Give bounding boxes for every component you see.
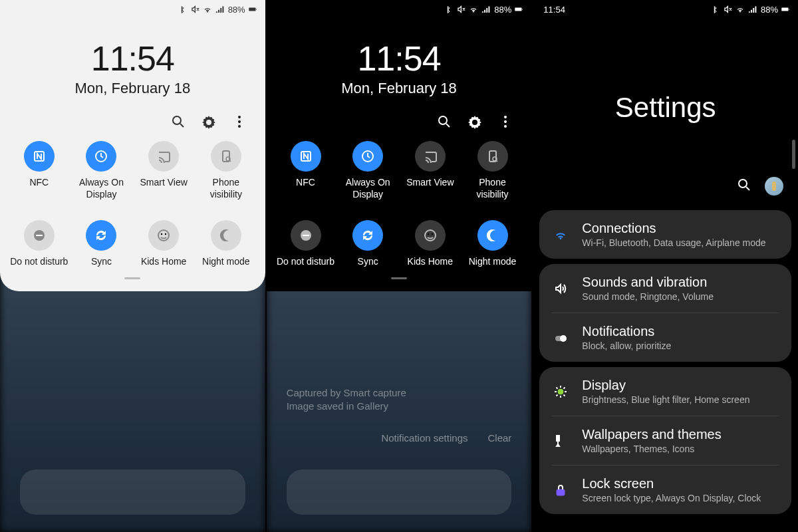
nfc-icon (24, 141, 55, 172)
row-subtitle: Screen lock type, Always On Display, Clo… (582, 493, 761, 503)
settings-group: Display Brightness, Blue light filter, H… (539, 367, 791, 514)
wifi-icon (735, 5, 745, 14)
gear-icon[interactable] (467, 114, 482, 129)
toggle-label: Night mode (202, 256, 250, 268)
quick-toggle-grid: NFC Always On Display Smart View Phone v… (0, 141, 265, 268)
toggle-label: Smart View (140, 177, 188, 189)
gear-icon[interactable] (201, 114, 216, 129)
search-icon[interactable] (171, 114, 186, 129)
bluetooth-icon (445, 5, 454, 14)
row-title: Wallpapers and themes (582, 427, 721, 442)
toggle-label: Sync (358, 256, 378, 268)
overflow-menu-icon[interactable] (498, 114, 513, 129)
toggle-label: Phone visibility (463, 177, 523, 200)
volume-icon (551, 281, 570, 296)
battery-percent: 88% (494, 5, 511, 15)
settings-row-display[interactable]: Display Brightness, Blue light filter, H… (539, 367, 791, 416)
clock-icon (86, 141, 116, 172)
panel-drag-handle[interactable] (124, 277, 140, 279)
settings-row-lock-screen[interactable]: Lock screen Screen lock type, Always On … (539, 466, 791, 514)
row-subtitle: Wallpapers, Themes, Icons (582, 444, 721, 454)
wifi-icon (551, 227, 570, 242)
toggle-label: Smart View (406, 177, 454, 189)
panel-action-row (267, 97, 532, 141)
settings-group: Connections Wi-Fi, Bluetooth, Data usage… (539, 210, 791, 259)
settings-row-connections[interactable]: Connections Wi-Fi, Bluetooth, Data usage… (539, 210, 791, 259)
clock-time: 11:54 (267, 39, 532, 78)
toggle-always-on-display[interactable]: Always On Display (336, 141, 399, 200)
toggle-sync[interactable]: Sync (336, 220, 399, 268)
toggle-kids-home[interactable]: Kids Home (132, 220, 195, 268)
overflow-menu-icon[interactable] (232, 114, 247, 129)
cast-icon (148, 141, 179, 172)
row-subtitle: Brightness, Blue light filter, Home scre… (582, 394, 749, 405)
toggle-nfc[interactable]: NFC (275, 141, 337, 200)
lock-icon (551, 483, 570, 497)
toggle-label: Kids Home (141, 256, 186, 268)
page-title: Settings (533, 92, 798, 124)
toggle-night-mode[interactable]: Night mode (462, 220, 524, 268)
search-icon[interactable] (737, 178, 751, 195)
toggle-smart-view[interactable]: Smart View (399, 141, 462, 200)
search-icon[interactable] (437, 114, 452, 129)
clock-icon (352, 141, 383, 172)
cast-icon (415, 141, 446, 172)
toggle-label: Do not disturb (10, 256, 68, 268)
toggle-do-not-disturb[interactable]: Do not disturb (275, 220, 337, 268)
row-title: Display (582, 378, 749, 393)
toggle-do-not-disturb[interactable]: Do not disturb (8, 220, 70, 268)
quick-toggle-grid: NFC Always On Display Smart View Phone v… (267, 141, 532, 268)
clear-button[interactable]: Clear (487, 432, 511, 444)
sync-icon (352, 220, 383, 251)
account-avatar[interactable] (765, 177, 783, 196)
battery-percent: 88% (228, 5, 245, 15)
notification-title: Captured by Smart capture (287, 387, 512, 398)
battery-icon (781, 5, 790, 14)
status-bar: 88% (0, 0, 265, 19)
kids-home-icon (415, 220, 446, 251)
dnd-icon (24, 220, 55, 251)
settings-row-sounds[interactable]: Sounds and vibration Sound mode, Rington… (539, 264, 791, 313)
nfc-icon (291, 141, 321, 172)
clock-date: Mon, February 18 (0, 80, 265, 97)
mute-icon (457, 5, 466, 14)
toggle-phone-visibility[interactable]: Phone visibility (462, 141, 524, 200)
status-time: 11:54 (541, 5, 565, 15)
toggle-always-on-display[interactable]: Always On Display (70, 141, 133, 200)
row-subtitle: Wi-Fi, Bluetooth, Data usage, Airplane m… (582, 237, 765, 248)
status-bar: 88% (267, 0, 532, 19)
row-title: Connections (582, 221, 765, 236)
panel-drag-handle[interactable] (391, 277, 407, 279)
toggle-label: Always On Display (71, 177, 131, 200)
settings-row-notifications[interactable]: Notifications Block, allow, prioritize (539, 313, 791, 362)
scroll-indicator[interactable] (792, 140, 795, 169)
signal-icon (747, 5, 757, 14)
toggle-kids-home[interactable]: Kids Home (399, 220, 462, 268)
toggle-label: Do not disturb (277, 256, 334, 268)
toggle-label: Night mode (469, 256, 517, 268)
mute-icon (191, 5, 200, 14)
notification-settings-button[interactable]: Notification settings (381, 432, 467, 444)
clock-date: Mon, February 18 (267, 80, 532, 97)
row-title: Sounds and vibration (582, 275, 714, 290)
toggle-label: NFC (296, 177, 315, 189)
moon-icon (477, 220, 508, 251)
sun-icon (551, 384, 570, 399)
row-title: Lock screen (582, 476, 761, 491)
phone-light-quicksettings: 88% 11:54 Mon, February 18 NFC Always On… (0, 0, 265, 532)
row-subtitle: Sound mode, Ringtone, Volume (582, 291, 714, 302)
settings-group: Sounds and vibration Sound mode, Rington… (539, 264, 791, 362)
quick-settings-panel: 88% 11:54 Mon, February 18 NFC Always On… (267, 0, 532, 291)
toggle-smart-view[interactable]: Smart View (132, 141, 195, 200)
phone-dark-quicksettings: Captured by Smart capture Image saved in… (265, 0, 532, 532)
panel-action-row (0, 97, 265, 141)
toggle-phone-visibility[interactable]: Phone visibility (195, 141, 257, 200)
toggle-nfc[interactable]: NFC (8, 141, 70, 200)
row-title: Notifications (582, 324, 671, 339)
brush-icon (551, 434, 570, 448)
settings-row-wallpapers[interactable]: Wallpapers and themes Wallpapers, Themes… (539, 416, 791, 465)
toggle-label: Sync (91, 256, 112, 268)
toggle-night-mode[interactable]: Night mode (195, 220, 257, 268)
toggle-sync[interactable]: Sync (70, 220, 133, 268)
notification-actions: Notification settings Clear (287, 432, 512, 444)
